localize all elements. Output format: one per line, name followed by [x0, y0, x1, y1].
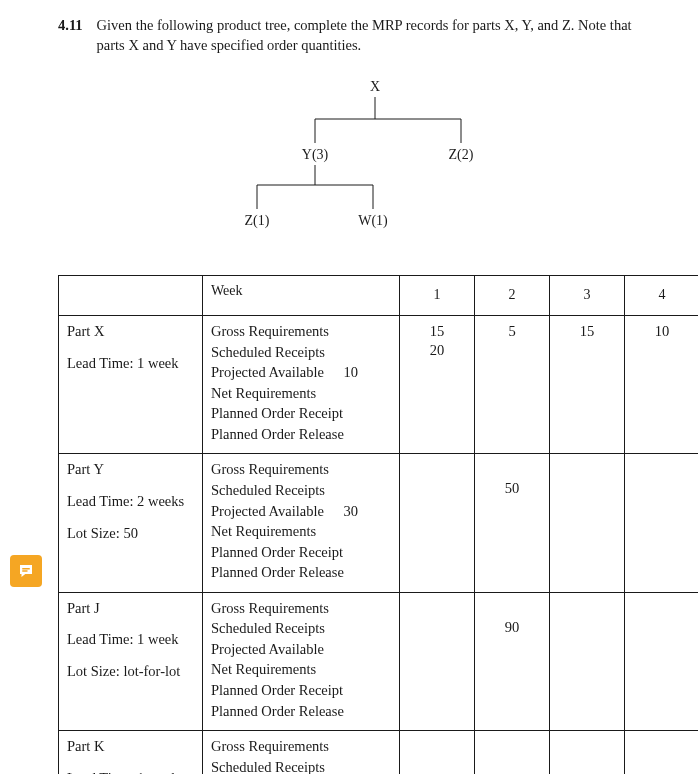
- row-labels: Gross Requirements Scheduled Receipts Pr…: [211, 599, 391, 722]
- product-tree: X Y(3) Z(2) Z(1) W(1): [58, 77, 678, 247]
- row-labels: Gross Requirements Scheduled Receipts Pr…: [211, 737, 391, 774]
- part-info: Part Y Lead Time: 2 weeks Lot Size: 50: [67, 460, 194, 547]
- node-y: Y(3): [302, 147, 329, 163]
- row-release: Planned Order Release: [211, 563, 391, 584]
- week-header-label: Week: [203, 276, 400, 316]
- row-receipt: Planned Order Receipt: [211, 543, 391, 564]
- row-proj: Projected Available: [211, 640, 324, 660]
- question-number: 4.11: [58, 16, 83, 55]
- part-lot-size: Lot Size: lot-for-lot: [67, 662, 194, 686]
- cell: [483, 341, 541, 360]
- row-receipt: Planned Order Receipt: [211, 681, 391, 702]
- svg-rect-9: [22, 570, 27, 572]
- table-row: Part K Lead Time: 1 week Lot Size: 400 G…: [59, 731, 699, 774]
- cell: 90: [483, 618, 541, 637]
- row-gross: Gross Requirements: [211, 322, 391, 343]
- part-lead-time: Lead Time: 1 week: [67, 354, 194, 378]
- part-info: Part K Lead Time: 1 week Lot Size: 400: [67, 737, 194, 774]
- node-z-top: Z(2): [449, 147, 474, 163]
- part-name: Part K: [67, 737, 194, 761]
- part-lead-time: Lead Time: 1 week: [67, 630, 194, 654]
- proj-initial: 30: [330, 502, 358, 522]
- row-sched: Scheduled Receipts: [211, 343, 391, 364]
- row-net: Net Requirements: [211, 522, 391, 543]
- part-lot-size: Lot Size: 50: [67, 524, 194, 548]
- part-name: Part Y: [67, 460, 194, 484]
- part-name: Part X: [67, 322, 194, 346]
- table-header-row: Week 1 2 3 4 5: [59, 276, 699, 316]
- cell: 50: [483, 479, 541, 498]
- row-sched: Scheduled Receipts: [211, 758, 391, 774]
- row-net: Net Requirements: [211, 660, 391, 681]
- row-gross: Gross Requirements: [211, 460, 391, 481]
- cell: 15: [408, 322, 466, 341]
- row-proj: Projected Available: [211, 502, 324, 522]
- part-info: Part X Lead Time: 1 week: [67, 322, 194, 377]
- row-proj: Projected Available: [211, 363, 324, 383]
- row-net: Net Requirements: [211, 384, 391, 405]
- table-row: Part J Lead Time: 1 week Lot Size: lot-f…: [59, 592, 699, 730]
- mrp-table: Week 1 2 3 4 5 Part X Lead Time: 1 week: [58, 275, 698, 774]
- part-lead-time: Lead Time: 2 weeks: [67, 492, 194, 516]
- node-z-bottom: Z(1): [245, 213, 270, 229]
- question-text: Given the following product tree, comple…: [97, 16, 657, 55]
- cell: 10: [633, 322, 691, 341]
- table-row: Part X Lead Time: 1 week Gross Requireme…: [59, 316, 699, 454]
- cell: 15: [558, 322, 616, 341]
- row-sched: Scheduled Receipts: [211, 481, 391, 502]
- row-gross: Gross Requirements: [211, 599, 391, 620]
- part-lead-time: Lead Time: 1 week: [67, 769, 194, 774]
- row-gross: Gross Requirements: [211, 737, 391, 758]
- table-row: Part Y Lead Time: 2 weeks Lot Size: 50 G…: [59, 454, 699, 592]
- question-stem: 4.11 Given the following product tree, c…: [58, 16, 678, 55]
- proj-initial: [330, 640, 358, 660]
- row-labels: Gross Requirements Scheduled Receipts Pr…: [211, 322, 391, 445]
- week-col-4: 4: [625, 276, 699, 316]
- node-w: W(1): [358, 213, 388, 229]
- part-info: Part J Lead Time: 1 week Lot Size: lot-f…: [67, 599, 194, 686]
- cell: 5: [483, 322, 541, 341]
- row-release: Planned Order Release: [211, 702, 391, 723]
- node-x: X: [370, 79, 380, 94]
- cell: 20: [408, 341, 466, 360]
- part-name: Part J: [67, 599, 194, 623]
- week-col-1: 1: [400, 276, 475, 316]
- week-col-2: 2: [475, 276, 550, 316]
- row-labels: Gross Requirements Scheduled Receipts Pr…: [211, 460, 391, 583]
- row-sched: Scheduled Receipts: [211, 619, 391, 640]
- week-col-3: 3: [550, 276, 625, 316]
- svg-rect-8: [22, 568, 30, 570]
- product-tree-svg: X Y(3) Z(2) Z(1) W(1): [203, 77, 533, 247]
- row-release: Planned Order Release: [211, 425, 391, 446]
- proj-initial: 10: [330, 363, 358, 383]
- row-receipt: Planned Order Receipt: [211, 404, 391, 425]
- comment-icon[interactable]: [10, 555, 42, 587]
